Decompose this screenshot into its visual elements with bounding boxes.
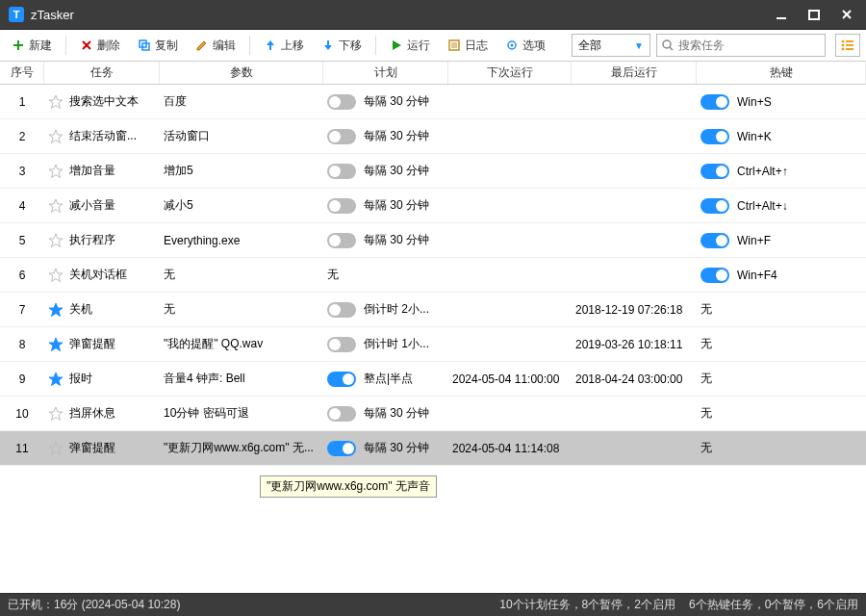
task-name: 结束活动窗... xyxy=(69,128,137,144)
task-name: 搜索选中文本 xyxy=(69,93,139,110)
last-run: 2019-03-26 10:18:11 xyxy=(572,338,697,351)
table-row[interactable]: 6关机对话框无无Win+F4 xyxy=(0,258,866,293)
star-icon[interactable] xyxy=(48,372,64,387)
toggle-switch[interactable] xyxy=(327,302,356,318)
search-input[interactable] xyxy=(678,38,823,52)
star-icon[interactable] xyxy=(48,337,64,352)
task-name: 执行程序 xyxy=(69,232,115,248)
toggle-switch[interactable] xyxy=(700,164,729,179)
task-plan: 倒计时 1小... xyxy=(364,336,429,352)
task-param: 百度 xyxy=(160,93,323,110)
col-param[interactable]: 参数 xyxy=(160,62,323,84)
arrow-down-icon xyxy=(321,38,335,52)
toggle-switch[interactable] xyxy=(700,233,729,248)
plus-icon xyxy=(12,38,25,52)
toggle-switch[interactable] xyxy=(327,164,356,179)
task-plan: 每隔 30 分钟 xyxy=(364,93,429,110)
table-row[interactable]: 2结束活动窗...活动窗口每隔 30 分钟Win+K xyxy=(0,119,866,154)
col-plan[interactable]: 计划 xyxy=(323,62,448,84)
hotkey-text: Win+F4 xyxy=(737,269,777,282)
star-icon[interactable] xyxy=(48,198,64,214)
col-last[interactable]: 最后运行 xyxy=(572,62,697,84)
col-hotkey[interactable]: 热键 xyxy=(697,62,866,84)
move-up-button[interactable]: 上移 xyxy=(258,35,310,57)
col-task[interactable]: 任务 xyxy=(44,62,160,84)
star-icon[interactable] xyxy=(48,129,64,144)
star-icon[interactable] xyxy=(48,302,64,318)
chevron-down-icon: ▼ xyxy=(634,40,644,51)
toggle-switch[interactable] xyxy=(327,233,356,248)
hotkey-text: 无 xyxy=(700,301,712,318)
status-bar: 已开机：16分 (2024-05-04 10:28) 10个计划任务，8个暂停，… xyxy=(0,593,866,616)
col-index[interactable]: 序号 xyxy=(0,62,44,84)
move-down-button[interactable]: 下移 xyxy=(316,35,368,57)
options-button[interactable]: 选项 xyxy=(499,35,551,57)
hotkey-text: 无 xyxy=(700,336,712,352)
task-plan: 整点|半点 xyxy=(364,371,413,387)
toggle-switch[interactable] xyxy=(327,129,356,144)
task-param: 减小5 xyxy=(160,197,323,214)
edit-button[interactable]: 编辑 xyxy=(190,35,242,57)
task-plan: 每隔 30 分钟 xyxy=(364,232,429,248)
table-row[interactable]: 11弹窗提醒"更新刀网www.x6g.com" 无...每隔 30 分钟2024… xyxy=(0,431,866,466)
maximize-button[interactable] xyxy=(806,7,822,22)
task-name: 挡屏休息 xyxy=(69,405,115,422)
table-row[interactable]: 9报时音量4 钟声: Bell整点|半点2024-05-04 11:00:002… xyxy=(0,362,866,397)
list-view-toggle[interactable] xyxy=(835,34,860,57)
toggle-switch[interactable] xyxy=(327,337,356,352)
toggle-switch[interactable] xyxy=(327,372,356,387)
toggle-switch[interactable] xyxy=(327,406,356,422)
toggle-switch[interactable] xyxy=(700,198,729,214)
svg-point-18 xyxy=(663,40,671,48)
hotkey-text: Ctrl+Alt+↓ xyxy=(737,199,788,213)
search-box[interactable] xyxy=(656,34,826,57)
minimize-button[interactable] xyxy=(774,7,789,22)
table-row[interactable]: 4减小音量减小5每隔 30 分钟Ctrl+Alt+↓ xyxy=(0,189,866,223)
table-row[interactable]: 8弹窗提醒"我的提醒" QQ.wav倒计时 1小...2019-03-26 10… xyxy=(0,327,866,362)
star-icon[interactable] xyxy=(48,233,64,248)
task-name: 报时 xyxy=(69,371,92,387)
log-icon xyxy=(447,38,461,52)
task-param: 10分钟 密码可退 xyxy=(160,405,323,422)
status-plan-count: 10个计划任务，8个暂停，2个启用 xyxy=(499,597,675,613)
table-row[interactable]: 7关机无倒计时 2小...2018-12-19 07:26:18无 xyxy=(0,293,866,327)
filter-dropdown[interactable]: 全部 ▼ xyxy=(572,34,650,57)
task-plan: 每隔 30 分钟 xyxy=(364,163,429,179)
gear-icon xyxy=(505,38,519,52)
hotkey-text: 无 xyxy=(700,405,712,422)
svg-rect-3 xyxy=(809,11,819,19)
star-icon[interactable] xyxy=(48,268,64,283)
toggle-switch[interactable] xyxy=(700,94,729,110)
star-icon[interactable] xyxy=(48,406,64,422)
hotkey-text: Ctrl+Alt+↑ xyxy=(737,165,788,178)
x-icon xyxy=(80,38,93,52)
table-row[interactable]: 5执行程序Everything.exe每隔 30 分钟Win+F xyxy=(0,223,866,258)
table-row[interactable]: 3增加音量增加5每隔 30 分钟Ctrl+Alt+↑ xyxy=(0,154,866,189)
new-button[interactable]: 新建 xyxy=(6,35,58,57)
toggle-switch[interactable] xyxy=(327,94,356,110)
run-button[interactable]: 运行 xyxy=(384,35,436,57)
task-name: 增加音量 xyxy=(69,163,115,179)
table-row[interactable]: 10挡屏休息10分钟 密码可退每隔 30 分钟无 xyxy=(0,397,866,431)
star-icon[interactable] xyxy=(48,94,64,110)
task-plan: 每隔 30 分钟 xyxy=(364,405,429,422)
toggle-switch[interactable] xyxy=(700,268,729,283)
last-run: 2018-04-24 03:00:00 xyxy=(572,372,697,386)
toggle-switch[interactable] xyxy=(327,198,356,214)
copy-button[interactable]: 复制 xyxy=(132,35,184,57)
task-param: "更新刀网www.x6g.com" 无... xyxy=(160,440,323,456)
task-name: 弹窗提醒 xyxy=(69,336,115,352)
log-button[interactable]: 日志 xyxy=(442,35,494,57)
table-row[interactable]: 1搜索选中文本百度每隔 30 分钟Win+S xyxy=(0,85,866,119)
delete-button[interactable]: 删除 xyxy=(74,35,126,57)
copy-icon xyxy=(138,38,151,52)
star-icon[interactable] xyxy=(48,164,64,179)
close-button[interactable] xyxy=(839,7,854,22)
toggle-switch[interactable] xyxy=(700,129,729,144)
col-next[interactable]: 下次运行 xyxy=(448,62,572,84)
star-icon[interactable] xyxy=(48,441,64,456)
window-title: zTasker xyxy=(31,8,774,22)
hotkey-text: Win+S xyxy=(737,95,772,109)
toolbar: 新建 删除 复制 编辑 上移 下移 运行 日志 选项 全部 ▼ xyxy=(0,29,866,62)
toggle-switch[interactable] xyxy=(327,441,356,456)
